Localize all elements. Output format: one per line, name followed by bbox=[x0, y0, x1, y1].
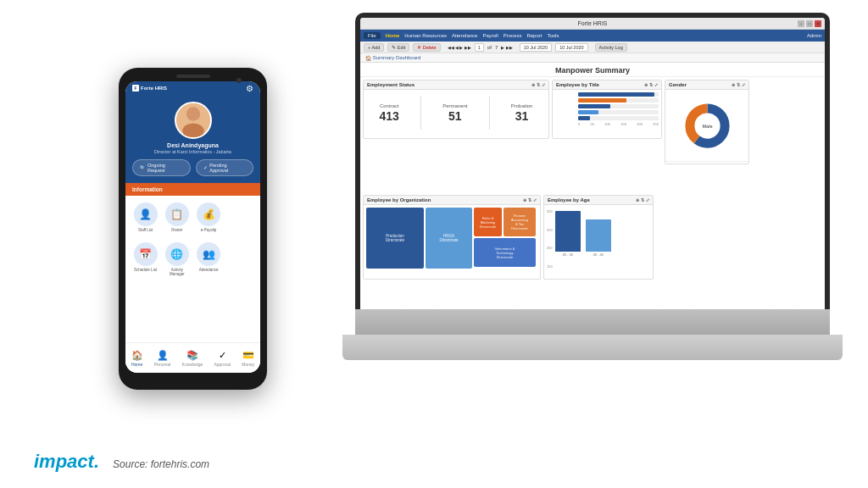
user-name: Desi Anindyaguna bbox=[167, 142, 219, 148]
employee-by-age-body: 300250200150 26 - 35 bbox=[544, 205, 653, 276]
icon-filter3[interactable]: ⇅ bbox=[737, 82, 740, 87]
page-input[interactable]: 1 bbox=[475, 43, 484, 52]
icon-expand3[interactable]: ⤢ bbox=[742, 82, 745, 87]
icon-share5[interactable]: ⊕ bbox=[636, 197, 639, 202]
knowledge-icon: 📚 bbox=[186, 350, 198, 361]
close-btn[interactable]: ✕ bbox=[815, 20, 821, 27]
icon-filter4[interactable]: ⇅ bbox=[528, 197, 531, 202]
laptop-base bbox=[342, 335, 843, 360]
icon-share2[interactable]: ⊕ bbox=[644, 82, 648, 87]
bar-fill-4 bbox=[578, 110, 598, 114]
org-right-col: Sales &MarketingDirectorate FinanceAccou… bbox=[474, 208, 536, 274]
icon-share[interactable]: ⊕ bbox=[531, 82, 535, 87]
menu-report[interactable]: Report bbox=[526, 33, 542, 38]
personal-icon: 👤 bbox=[157, 350, 169, 361]
menu-home[interactable]: Home bbox=[386, 33, 400, 38]
menu-attendance[interactable]: Attendance bbox=[452, 33, 477, 38]
check-icon: ✓ bbox=[203, 165, 208, 170]
probation-item: Probation 31 bbox=[511, 103, 533, 122]
user-job-title: Director at Karci Informatics - Jakarta bbox=[154, 149, 231, 154]
hris-toolbar: + Add ✎ Edit ✕ Delete ◀◀ ◀ ▶ ▶▶ 1 of 7 ▶… bbox=[360, 42, 825, 53]
page-title: Manpower Summary bbox=[360, 63, 825, 77]
phone-app-name: Forte HRIS bbox=[141, 86, 167, 91]
separator2 bbox=[489, 96, 490, 130]
icon-expand4[interactable]: ⤢ bbox=[533, 197, 537, 202]
bar-row-4 bbox=[555, 110, 659, 114]
bar-row-1 bbox=[555, 92, 659, 97]
page-total: 7 bbox=[495, 45, 498, 50]
icons-grid-row1: 👤 Staff List 📋 Roster 💰 e-Payslip bbox=[125, 196, 260, 239]
nav-money[interactable]: 💳 Money bbox=[242, 350, 254, 367]
bar-track-2 bbox=[578, 98, 659, 103]
menu-hr[interactable]: Human Resources bbox=[404, 33, 447, 38]
phone-statusbar: F Forte HRIS ⚙ bbox=[125, 81, 260, 95]
icon-share4[interactable]: ⊕ bbox=[523, 197, 526, 202]
date1-input[interactable]: 10 Jul 2020 bbox=[520, 43, 552, 52]
nav-knowledge[interactable]: 📚 Knowledge bbox=[182, 350, 203, 367]
employee-by-age-panel: Employee by Age ⊕ ⇅ ⤢ bbox=[543, 195, 654, 280]
epayslip-item[interactable]: 💰 e-Payslip bbox=[196, 202, 222, 232]
bar-fill-3 bbox=[578, 104, 610, 108]
icon-expand5[interactable]: ⤢ bbox=[646, 197, 649, 202]
activity-manager-item[interactable]: 🌐 Activity Manager bbox=[164, 242, 190, 276]
icon-expand2[interactable]: ⤢ bbox=[654, 82, 658, 87]
app-logo-icon: F bbox=[132, 85, 139, 92]
delete-button[interactable]: ✕ Delete bbox=[413, 43, 440, 52]
edit-button[interactable]: ✎ Edit bbox=[387, 43, 409, 52]
roster-item[interactable]: 📋 Roster bbox=[164, 202, 190, 232]
donut-center-text: Male bbox=[702, 124, 712, 129]
icon-filter[interactable]: ⇅ bbox=[537, 82, 540, 87]
menu-file[interactable]: File bbox=[364, 32, 381, 39]
nav-home[interactable]: 🏠 Home bbox=[131, 350, 143, 367]
icon-filter5[interactable]: ⇅ bbox=[641, 197, 644, 202]
add-button[interactable]: + Add bbox=[364, 43, 384, 52]
age-bar-2-main bbox=[586, 219, 611, 252]
epayslip-label: e-Payslip bbox=[201, 228, 217, 232]
date2-input[interactable]: 10 Jul 2020 bbox=[555, 43, 587, 52]
schedule-list-item[interactable]: 📅 Schedule List bbox=[132, 242, 159, 276]
nav-approval[interactable]: ✓ Approval bbox=[214, 350, 231, 367]
toolbar-nav: ◀◀ ◀ ▶ ▶▶ bbox=[448, 45, 471, 50]
roster-label: Roster bbox=[171, 228, 182, 232]
bar-track-5 bbox=[578, 116, 659, 120]
gender-body: Male bbox=[665, 90, 748, 161]
menu-tools[interactable]: Tools bbox=[547, 33, 559, 38]
breadcrumb: 🏠 Summary Dashboard bbox=[360, 53, 825, 63]
employee-by-title-panel: Employee by Title ⊕ ⇅ ⤢ bbox=[552, 80, 662, 139]
attendance-icon: 👥 bbox=[197, 242, 220, 266]
scene: Forte HRIS – □ ✕ File Home Human Resourc… bbox=[0, 0, 868, 488]
settings-gear-icon[interactable]: ⚙ bbox=[246, 84, 253, 93]
search-icon: 🔍 bbox=[140, 165, 146, 170]
staff-list-item[interactable]: 👤 Staff List bbox=[132, 202, 159, 232]
pending-approval-label: Pending Approval bbox=[209, 163, 246, 173]
phone-screen: F Forte HRIS ⚙ bbox=[125, 81, 260, 373]
page-of-label: of bbox=[487, 45, 492, 50]
gender-legend: Male: 239,743 (57%) bbox=[665, 161, 748, 164]
icon-expand[interactable]: ⤢ bbox=[542, 82, 545, 87]
phone-app-logo: F Forte HRIS bbox=[132, 85, 167, 92]
avatar-illustration bbox=[176, 102, 210, 137]
action-buttons: 🔍 Ongoing Request ✓ Pending Approval bbox=[132, 159, 253, 176]
icon-filter2[interactable]: ⇅ bbox=[649, 82, 653, 87]
attendance-label: Attendance bbox=[199, 268, 219, 272]
attendance-item[interactable]: 👥 Attendance bbox=[196, 242, 222, 276]
nav-personal[interactable]: 👤 Personal bbox=[154, 350, 171, 367]
pending-approval-btn[interactable]: ✓ Pending Approval bbox=[196, 159, 253, 176]
age-group-2: 36 - 45 bbox=[586, 219, 611, 257]
menu-process[interactable]: Process bbox=[504, 33, 522, 38]
activity-manager-icon: 🌐 bbox=[165, 242, 189, 266]
age-bars-container: 26 - 35 36 - 45 bbox=[555, 208, 650, 269]
age-chart: 300250200150 26 - 35 bbox=[547, 208, 650, 269]
employee-by-org-panel: Employee by Organization ⊕ ⇅ ⤢ Productio… bbox=[363, 195, 541, 280]
icon-share3[interactable]: ⊕ bbox=[732, 82, 735, 87]
gender-panel: Gender ⊕ ⇅ ⤢ bbox=[665, 80, 749, 164]
maximize-btn[interactable]: □ bbox=[806, 20, 813, 27]
minimize-btn[interactable]: – bbox=[798, 20, 804, 27]
menu-payroll[interactable]: Payroll bbox=[482, 33, 498, 38]
activity-log-button[interactable]: Activity Log bbox=[595, 43, 627, 52]
employee-by-age-title: Employee by Age bbox=[548, 197, 590, 202]
permanent-value: 51 bbox=[442, 110, 467, 122]
ongoing-request-btn[interactable]: 🔍 Ongoing Request bbox=[132, 159, 191, 176]
icons-grid-row2: 📅 Schedule List 🌐 Activity Manager 👥 Att… bbox=[125, 239, 260, 283]
panel-icons3: ⊕ ⇅ ⤢ bbox=[732, 82, 745, 87]
